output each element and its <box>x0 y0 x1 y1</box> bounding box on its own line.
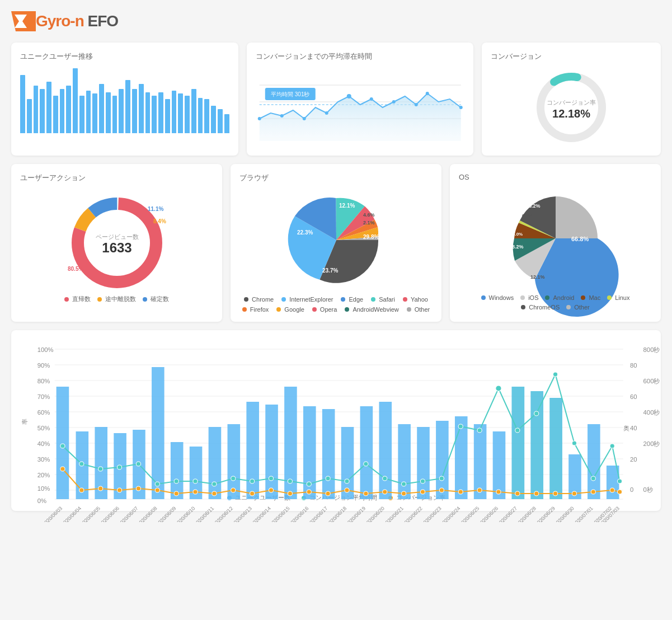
user-action-card: ユーザーアクション ページビュー数 1633 11.1% 8.4% 80.5% <box>11 164 222 322</box>
bar <box>40 89 45 133</box>
svg-text:0: 0 <box>630 486 633 493</box>
svg-text:2020/06/06: 2020/06/06 <box>98 505 120 522</box>
svg-text:2020/06/10: 2020/06/10 <box>174 505 196 522</box>
svg-text:70%: 70% <box>37 393 50 400</box>
svg-text:2020/06/21: 2020/06/21 <box>382 505 405 522</box>
svg-point-6 <box>257 117 261 120</box>
svg-text:2.1%: 2.1% <box>363 220 375 226</box>
svg-point-135 <box>553 372 557 377</box>
svg-point-157 <box>383 490 387 494</box>
svg-point-141 <box>79 488 84 492</box>
svg-text:50%: 50% <box>37 425 50 431</box>
svg-rect-93 <box>379 402 392 499</box>
svg-rect-99 <box>493 431 506 499</box>
svg-text:40%: 40% <box>37 440 50 447</box>
os-card: OS 66.8% 12.1% 8.2% 4 <box>450 164 661 322</box>
svg-point-127 <box>402 482 406 486</box>
svg-text:11.1%: 11.1% <box>148 206 163 212</box>
svg-point-13 <box>414 103 417 106</box>
svg-text:2020/06/26: 2020/06/26 <box>477 505 500 522</box>
svg-text:2020/06/05: 2020/06/05 <box>79 505 101 522</box>
svg-text:2020/06/19: 2020/06/19 <box>344 505 366 522</box>
svg-text:200秒: 200秒 <box>643 440 660 447</box>
svg-point-149 <box>231 488 236 492</box>
svg-point-153 <box>307 490 311 494</box>
svg-text:23.7%: 23.7% <box>322 267 338 274</box>
bar <box>185 96 190 133</box>
svg-rect-90 <box>322 409 335 499</box>
svg-point-145 <box>155 488 159 492</box>
svg-text:2020/06/13: 2020/06/13 <box>231 505 253 522</box>
bar <box>112 96 118 133</box>
svg-point-156 <box>364 491 368 496</box>
svg-text:80%: 80% <box>37 378 50 384</box>
action-legend: 直帰数 途中離脱数 確定数 <box>64 295 169 303</box>
svg-point-129 <box>439 476 444 481</box>
svg-text:0%: 0% <box>37 497 46 504</box>
svg-text:ページビュー数: ページビュー数 <box>95 233 138 240</box>
svg-text:2020/06/03: 2020/06/03 <box>41 505 64 522</box>
svg-text:0.2%: 0.2% <box>522 213 532 218</box>
svg-point-163 <box>496 490 501 494</box>
svg-text:40: 40 <box>630 425 637 431</box>
avg-time-title: コンバージョンまでの平均滞在時間 <box>256 51 465 62</box>
svg-text:10%: 10% <box>37 485 50 492</box>
svg-text:2020/06/18: 2020/06/18 <box>326 505 348 522</box>
svg-point-109 <box>60 444 65 448</box>
svg-point-133 <box>515 428 520 433</box>
svg-text:60: 60 <box>630 393 637 400</box>
bar <box>86 91 91 133</box>
bar <box>53 96 58 133</box>
svg-text:12.1%: 12.1% <box>530 274 545 280</box>
svg-text:2020/06/04: 2020/06/04 <box>60 505 82 522</box>
svg-text:2020/06/11: 2020/06/11 <box>193 505 215 522</box>
svg-point-170 <box>617 490 622 494</box>
svg-point-9 <box>325 111 328 115</box>
avg-time-card: コンバージョンまでの平均滞在時間 <box>247 43 474 156</box>
svg-point-113 <box>136 462 140 466</box>
bottom-chart-card: 100% 90% 80% 70% 60% 50% 40% 30% 20% 10%… <box>11 330 661 511</box>
bar <box>198 98 203 133</box>
conversion-title: コンバージョン <box>491 51 652 62</box>
svg-point-167 <box>572 491 576 496</box>
svg-point-128 <box>420 479 425 483</box>
svg-text:600秒: 600秒 <box>643 378 660 384</box>
browser-card: ブラウザ 29.8 <box>231 164 441 322</box>
unique-users-chart <box>20 68 229 135</box>
svg-text:2020/06/29: 2020/06/29 <box>534 505 556 522</box>
svg-point-151 <box>269 488 273 492</box>
svg-text:20%: 20% <box>37 472 50 478</box>
svg-point-7 <box>280 114 283 118</box>
svg-text:2020/07/01: 2020/07/01 <box>572 505 594 522</box>
svg-point-114 <box>155 482 159 486</box>
svg-text:66.8%: 66.8% <box>571 236 589 242</box>
svg-point-115 <box>174 479 178 483</box>
bar <box>20 75 25 133</box>
bar <box>66 86 71 133</box>
svg-point-146 <box>174 491 178 496</box>
svg-point-152 <box>288 491 292 496</box>
svg-marker-0 <box>11 11 36 31</box>
svg-text:29.8%: 29.8% <box>363 234 379 240</box>
svg-point-125 <box>364 462 368 466</box>
logo-text: Gyro-n EFO <box>36 12 118 30</box>
svg-point-10 <box>346 94 351 98</box>
conversion-card: コンバージョン コンバージョン率 12.18% <box>482 43 661 156</box>
svg-point-162 <box>477 488 482 492</box>
svg-rect-86 <box>246 402 259 499</box>
svg-text:22.3%: 22.3% <box>297 229 313 236</box>
bar <box>152 96 157 133</box>
svg-text:8.4%: 8.4% <box>153 218 166 224</box>
svg-point-112 <box>117 465 121 469</box>
svg-text:2020/06/22: 2020/06/22 <box>401 505 424 522</box>
svg-point-11 <box>369 97 373 101</box>
tooltip-text: 平均時間 301秒 <box>271 91 309 97</box>
svg-rect-95 <box>417 427 430 499</box>
svg-point-122 <box>307 482 311 486</box>
bar <box>178 93 183 133</box>
svg-text:2020/06/25: 2020/06/25 <box>458 505 481 522</box>
svg-point-139 <box>617 479 622 483</box>
svg-point-120 <box>269 476 273 481</box>
svg-rect-105 <box>549 398 562 499</box>
svg-text:2020/06/24: 2020/06/24 <box>439 505 462 522</box>
